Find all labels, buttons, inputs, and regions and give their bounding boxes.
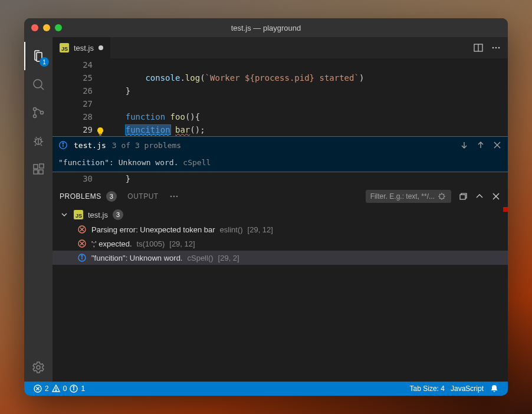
- more-actions-icon[interactable]: [491, 43, 501, 52]
- svg-rect-8: [34, 170, 38, 174]
- window-title: test.js — playground: [62, 24, 470, 32]
- collapse-all-icon[interactable]: [458, 192, 468, 201]
- bottom-panel: PROBLEMS 3 OUTPUT Filter. E.g.: text, **…: [52, 185, 508, 382]
- source-control-icon: [31, 106, 45, 120]
- chevron-down-icon: [60, 210, 69, 219]
- problem-item[interactable]: "funcition": Unknown word. cSpell() [29,…: [52, 251, 508, 265]
- problem-word: funcition: [126, 125, 170, 134]
- tab-test-js[interactable]: JS test.js: [52, 37, 111, 58]
- svg-rect-7: [34, 165, 38, 169]
- activity-extensions[interactable]: [24, 155, 52, 183]
- activity-scm[interactable]: [24, 98, 52, 127]
- svg-line-1: [41, 87, 44, 90]
- problems-count-badge: 3: [106, 191, 117, 202]
- svg-rect-9: [39, 170, 43, 174]
- activity-explorer[interactable]: 1: [24, 42, 52, 70]
- vscode-window: test.js — playground 1: [24, 18, 508, 396]
- svg-rect-17: [99, 134, 101, 136]
- info-icon: [77, 253, 87, 262]
- problem-item[interactable]: ';' expected. ts(1005) [29, 12]: [52, 236, 508, 251]
- info-icon: [69, 384, 78, 393]
- peek-message: "funcition": Unknown word.: [58, 158, 179, 167]
- svg-point-11: [37, 366, 40, 369]
- lightbulb-icon[interactable]: [95, 125, 106, 138]
- close-window-button[interactable]: [31, 24, 38, 31]
- peek-body: "funcition": Unknown word. cSpell: [52, 153, 508, 172]
- main-area: JS test.js 24 25console.log(`Worker ${pr…: [52, 37, 508, 382]
- svg-point-40: [81, 255, 83, 257]
- error-icon: [77, 225, 87, 234]
- peek-file: test.js: [74, 141, 106, 150]
- warning-icon: [51, 384, 61, 393]
- workbench-body: 1 JS test.js: [24, 37, 508, 382]
- problem-item[interactable]: Parsing error: Unexpected token bar esli…: [52, 222, 508, 236]
- editor-actions: [467, 37, 508, 58]
- svg-rect-29: [460, 195, 465, 199]
- peek-source: cSpell: [183, 158, 211, 167]
- svg-point-25: [170, 196, 172, 198]
- svg-point-15: [495, 47, 497, 49]
- svg-point-4: [41, 111, 44, 114]
- error-icon: [77, 239, 87, 248]
- status-notifications[interactable]: [487, 384, 502, 393]
- minimize-window-button[interactable]: [43, 24, 50, 31]
- dirty-indicator-icon: [98, 45, 103, 50]
- svg-point-3: [34, 115, 37, 118]
- status-language[interactable]: JavaScript: [448, 384, 487, 393]
- tab-label: test.js: [74, 44, 94, 52]
- activity-settings[interactable]: [24, 353, 52, 382]
- extensions-icon: [31, 162, 45, 176]
- activity-search[interactable]: [24, 70, 52, 98]
- panel-tab-problems[interactable]: PROBLEMS 3: [60, 191, 117, 202]
- zoom-window-button[interactable]: [55, 24, 62, 31]
- code-token: console: [145, 73, 180, 83]
- activity-bar: 1: [24, 37, 52, 382]
- arrow-up-icon[interactable]: [476, 140, 485, 150]
- file-name: test.js: [88, 211, 108, 219]
- svg-point-16: [498, 47, 500, 49]
- close-panel-icon[interactable]: [491, 192, 501, 201]
- activity-debug[interactable]: [24, 127, 52, 155]
- svg-point-27: [176, 196, 178, 198]
- bell-icon: [490, 384, 499, 393]
- svg-point-45: [55, 390, 56, 391]
- traffic-lights: [31, 24, 62, 31]
- svg-point-14: [492, 47, 494, 49]
- javascript-file-icon: JS: [74, 210, 83, 219]
- bug-icon: [31, 134, 45, 148]
- svg-rect-10: [40, 164, 44, 168]
- peek-count: 3 of 3 problems: [112, 141, 181, 150]
- problems-filter-input[interactable]: Filter. E.g.: text, **/...: [366, 190, 451, 203]
- info-icon: [58, 140, 68, 150]
- peek-view: test.js 3 of 3 problems "funcition": Unk…: [52, 136, 508, 172]
- svg-point-2: [34, 108, 37, 111]
- svg-point-48: [74, 386, 75, 387]
- file-problem-count: 3: [113, 209, 123, 220]
- chevron-up-icon[interactable]: [475, 192, 484, 201]
- status-tab-size[interactable]: Tab Size: 4: [407, 384, 448, 393]
- status-problems[interactable]: 2 0 1: [30, 384, 88, 393]
- javascript-file-icon: JS: [60, 43, 69, 52]
- svg-point-26: [173, 196, 175, 198]
- panel-tab-output[interactable]: OUTPUT: [127, 192, 158, 201]
- more-panels-icon[interactable]: [169, 192, 179, 201]
- statusbar: 2 0 1 Tab Size: 4 JavaScript: [24, 382, 508, 396]
- close-icon[interactable]: [492, 140, 502, 150]
- gear-icon: [31, 360, 45, 374]
- editor[interactable]: 24 25console.log(`Worker ${process.pid} …: [52, 58, 508, 185]
- peek-header: test.js 3 of 3 problems: [52, 137, 508, 153]
- svg-point-20: [63, 143, 64, 144]
- overview-ruler-marker: [503, 207, 508, 212]
- panel-tabs: PROBLEMS 3 OUTPUT Filter. E.g.: text, **…: [52, 186, 508, 207]
- filter-settings-icon[interactable]: [437, 192, 446, 201]
- explorer-badge: 1: [40, 57, 49, 67]
- split-editor-icon[interactable]: [474, 43, 483, 52]
- titlebar: test.js — playground: [24, 18, 508, 37]
- error-icon: [33, 384, 42, 393]
- search-icon: [31, 77, 45, 91]
- arrow-down-icon[interactable]: [459, 140, 469, 150]
- problems-list: JS test.js 3 Parsing error: Unexpected t…: [52, 207, 508, 265]
- editor-tabs: JS test.js: [52, 37, 508, 58]
- problems-file-group[interactable]: JS test.js 3: [52, 207, 508, 222]
- svg-point-0: [34, 80, 42, 88]
